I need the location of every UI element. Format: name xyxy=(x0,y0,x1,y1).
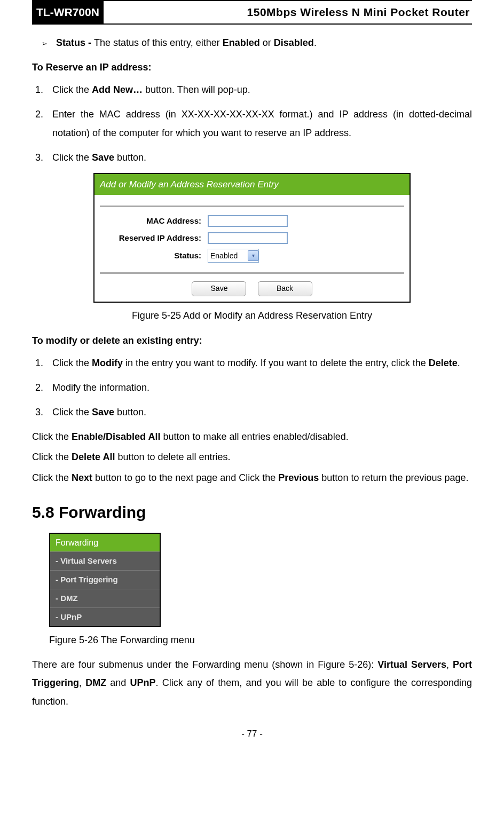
text: button to make all entries enabled/disab… xyxy=(160,431,348,442)
delete-all-line: Click the Delete All button to delete al… xyxy=(32,448,472,466)
text: Click the xyxy=(32,472,72,483)
menu-item-port-triggering[interactable]: - Port Triggering xyxy=(50,570,160,589)
status-text-c: . xyxy=(314,37,317,48)
page-content: TL-WR700N 150Mbps Wireless N Mini Pocket… xyxy=(0,0,504,757)
status-row: Status: Enabled ▾ xyxy=(100,249,404,263)
reserve-heading: To Reserve an IP address: xyxy=(32,60,472,75)
text: button. Then will pop-up. xyxy=(143,84,250,95)
reserve-step-3: Click the Save button. xyxy=(46,148,472,167)
text: button. xyxy=(114,407,146,417)
figure-5-26-menu: Forwarding - Virtual Servers - Port Trig… xyxy=(49,533,161,628)
text: Click the xyxy=(32,431,72,442)
mac-row: MAC Address: xyxy=(100,215,404,227)
doc-title: 150Mbps Wireless N Mini Pocket Router xyxy=(104,1,472,23)
text: , xyxy=(79,677,85,688)
text: . xyxy=(458,358,460,368)
status-bullet: ➢ Status - The status of this entry, eit… xyxy=(42,35,472,51)
bullet-icon: ➢ xyxy=(42,38,53,50)
save-button[interactable]: Save xyxy=(192,281,246,296)
text: Click the xyxy=(52,152,92,163)
back-button[interactable]: Back xyxy=(258,281,312,296)
menu-item-dmz[interactable]: - DMZ xyxy=(50,589,160,607)
text: Click the xyxy=(52,407,92,417)
figure-5-25-caption: Figure 5-25 Add or Modify an Address Res… xyxy=(32,308,472,323)
text: Click the xyxy=(32,452,72,462)
modify-step-1: Click the Modify in the entry you want t… xyxy=(46,354,472,372)
divider xyxy=(100,206,404,207)
ip-row: Reserved IP Address: xyxy=(100,232,404,244)
mac-address-input[interactable] xyxy=(208,215,288,227)
delete-bold: Delete xyxy=(429,358,458,368)
model-badge: TL-WR700N xyxy=(32,1,104,23)
text: Click the xyxy=(52,358,92,368)
virtual-servers-bold: Virtual Servers xyxy=(377,659,446,670)
modify-bold: Modify xyxy=(92,358,123,368)
divider xyxy=(100,272,404,274)
figure-5-26-caption: Figure 5-26 The Forwarding menu xyxy=(49,633,472,648)
text: and xyxy=(106,677,130,688)
ip-label: Reserved IP Address: xyxy=(100,232,208,244)
delete-all-bold: Delete All xyxy=(72,452,115,462)
previous-bold: Previous xyxy=(278,472,319,483)
reserved-ip-input[interactable] xyxy=(208,232,288,244)
status-enabled: Enabled xyxy=(223,37,260,48)
dialog-title: Add or Modify an Address Reservation Ent… xyxy=(94,174,410,195)
dmz-bold: DMZ xyxy=(85,677,106,688)
status-disabled: Disabled xyxy=(274,37,314,48)
upnp-bold: UPnP xyxy=(130,677,156,688)
next-previous-line: Click the Next button to go to the next … xyxy=(32,469,472,487)
modify-heading: To modify or delete an existing entry: xyxy=(32,333,472,349)
enable-all-line: Click the Enable/Disabled All button to … xyxy=(32,428,472,446)
figure-5-25-dialog: Add or Modify an Address Reservation Ent… xyxy=(93,173,411,303)
save-bold: Save xyxy=(92,152,114,163)
text: button to delete all entries. xyxy=(115,452,230,462)
status-label: Status: xyxy=(100,249,208,262)
text: There are four submenus under the Forwar… xyxy=(32,659,377,670)
add-new-bold: Add New… xyxy=(92,84,143,95)
modify-step-2: Modify the information. xyxy=(46,378,472,397)
menu-head-forwarding[interactable]: Forwarding xyxy=(50,534,160,552)
status-text-b: or xyxy=(260,37,274,48)
modify-steps: Click the Modify in the entry you want t… xyxy=(32,354,472,422)
dialog-body: MAC Address: Reserved IP Address: Status… xyxy=(94,195,410,302)
status-text-a: The status of this entry, either xyxy=(94,37,223,48)
status-value: Enabled xyxy=(210,250,238,262)
dialog-buttons: Save Back xyxy=(100,277,404,302)
next-bold: Next xyxy=(72,472,92,483)
reserve-step-2: Enter the MAC address (in XX-XX-XX-XX-XX… xyxy=(46,105,472,141)
save-bold-2: Save xyxy=(92,407,114,417)
menu-item-upnp[interactable]: - UPnP xyxy=(50,607,160,626)
menu-item-virtual-servers[interactable]: - Virtual Servers xyxy=(50,551,160,570)
mac-label: MAC Address: xyxy=(100,215,208,227)
doc-header: TL-WR700N 150Mbps Wireless N Mini Pocket… xyxy=(32,0,472,25)
section-5-8-heading: 5.8 Forwarding xyxy=(32,500,472,525)
status-select[interactable]: Enabled ▾ xyxy=(208,249,259,263)
status-label: Status - xyxy=(56,37,94,48)
enable-disabled-all-bold: Enable/Disabled All xyxy=(72,431,160,442)
text: button to go to the next page and Click … xyxy=(92,472,278,483)
chevron-down-icon: ▾ xyxy=(248,250,258,261)
reserve-step-1: Click the Add New… button. Then will pop… xyxy=(46,81,472,99)
text: in the entry you want to modify. If you … xyxy=(123,358,429,368)
text: , xyxy=(446,659,453,670)
modify-step-3: Click the Save button. xyxy=(46,403,472,421)
forwarding-description: There are four submenus under the Forwar… xyxy=(32,656,472,710)
text: button. xyxy=(114,152,146,163)
text: button to return the previous page. xyxy=(319,472,468,483)
text: Click the xyxy=(52,84,92,95)
page-number: - 77 - xyxy=(32,727,472,741)
reserve-steps: Click the Add New… button. Then will pop… xyxy=(32,81,472,167)
